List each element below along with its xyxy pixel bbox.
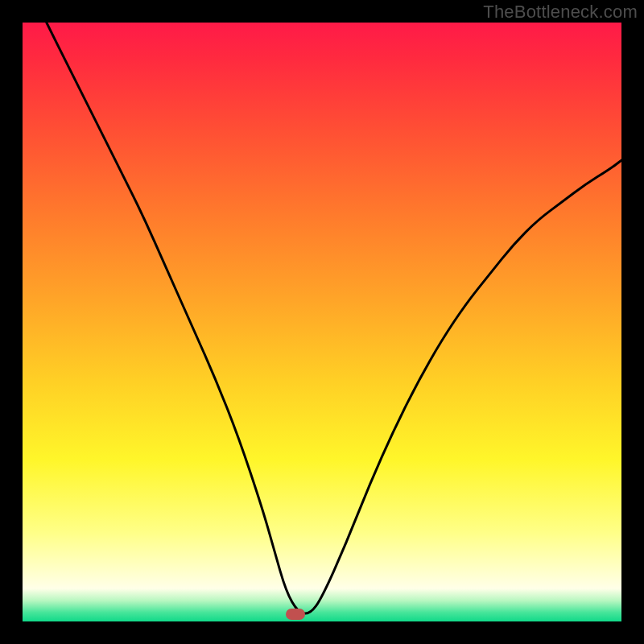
watermark-text: TheBottleneck.com	[483, 2, 638, 23]
plot-area	[23, 23, 621, 621]
chart-svg	[23, 23, 621, 621]
gradient-background	[23, 23, 621, 621]
optimum-marker	[286, 609, 305, 620]
chart-frame: TheBottleneck.com	[0, 0, 644, 644]
